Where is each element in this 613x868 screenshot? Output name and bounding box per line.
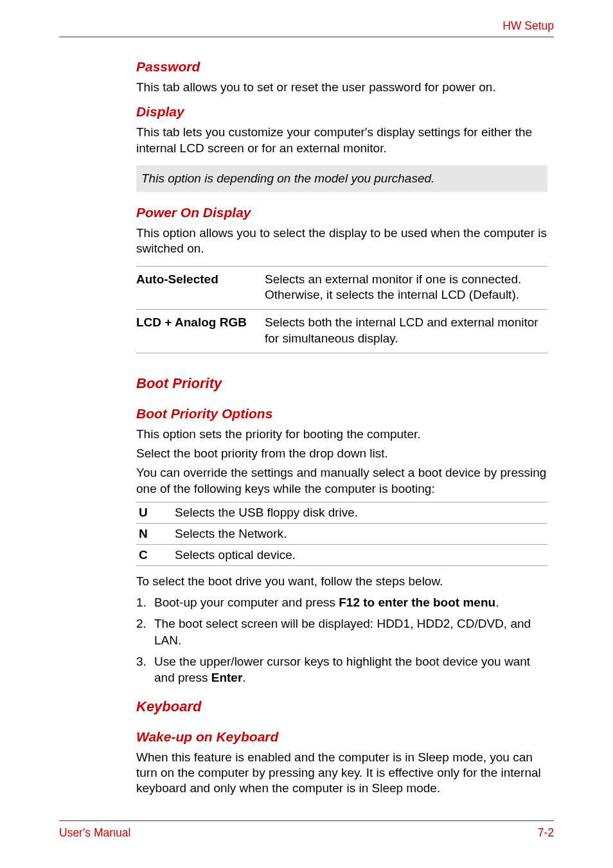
def-desc: Selects an external monitor if one is co…	[265, 266, 547, 310]
heading-power-on-display: Power On Display	[136, 205, 547, 220]
content-area: Password This tab allows you to set or r…	[59, 59, 554, 797]
list-number: 1.	[136, 594, 154, 610]
footer: User's Manual 7-2	[59, 820, 554, 840]
footer-row: User's Manual 7-2	[59, 826, 554, 840]
list-text-bold: Enter	[211, 671, 243, 684]
boot-key: N	[136, 524, 175, 545]
boot-key-desc: Selects the USB floppy disk drive.	[175, 502, 547, 524]
boot-keys-table: U Selects the USB floppy disk drive. N S…	[136, 502, 547, 566]
para-bp-1: This option sets the priority for bootin…	[136, 427, 547, 442]
header-rule	[59, 37, 554, 37]
list-text-pre: The boot select screen will be displayed…	[154, 617, 531, 646]
def-key: LCD + Analog RGB	[136, 310, 265, 353]
list-text-post: .	[495, 596, 499, 609]
para-password: This tab allows you to set or reset the …	[136, 80, 547, 95]
para-wake-up-keyboard: When this feature is enabled and the com…	[136, 750, 547, 797]
footer-rule	[59, 820, 554, 821]
para-bp-2: Select the boot priority from the drop d…	[136, 446, 547, 461]
heading-boot-priority-options: Boot Priority Options	[136, 406, 547, 421]
list-number: 2.	[136, 616, 154, 648]
page: HW Setup Password This tab allows you to…	[0, 0, 613, 868]
boot-key: C	[136, 545, 175, 566]
para-power-on-display: This option allows you to select the dis…	[136, 226, 547, 257]
footer-left: User's Manual	[59, 826, 130, 840]
para-bp-3: You can override the settings and manual…	[136, 465, 547, 497]
table-row: C Selects optical device.	[136, 545, 547, 566]
def-key: Auto-Selected	[136, 266, 265, 310]
header-label: HW Setup	[59, 19, 554, 33]
power-on-display-table: Auto-Selected Selects an external monito…	[136, 266, 547, 353]
table-row: U Selects the USB floppy disk drive.	[136, 502, 547, 524]
table-row: N Selects the Network.	[136, 524, 547, 545]
list-text-pre: Boot-up your computer and press	[154, 596, 339, 609]
para-display: This tab lets you customize your compute…	[136, 125, 547, 156]
list-text-post: .	[242, 671, 245, 684]
footer-right: 7-2	[538, 826, 554, 840]
list-item: 2. The boot select screen will be displa…	[136, 616, 547, 648]
table-row: Auto-Selected Selects an external monito…	[136, 266, 547, 310]
para-bp-4: To select the boot drive you want, follo…	[136, 574, 547, 589]
boot-steps-list: 1. Boot-up your computer and press F12 t…	[136, 594, 547, 685]
def-desc: Selects both the internal LCD and extern…	[265, 310, 547, 353]
boot-key: U	[136, 502, 175, 524]
list-text-bold: F12 to enter the boot menu	[339, 596, 495, 609]
list-text: Use the upper/lower cursor keys to highl…	[154, 653, 547, 686]
list-item: 3. Use the upper/lower cursor keys to hi…	[136, 653, 547, 686]
list-item: 1. Boot-up your computer and press F12 t…	[136, 594, 547, 610]
heading-wake-up-keyboard: Wake-up on Keyboard	[136, 729, 547, 745]
boot-key-desc: Selects the Network.	[175, 524, 547, 545]
list-text: The boot select screen will be displayed…	[154, 616, 547, 648]
note-display: This option is depending on the model yo…	[136, 165, 547, 192]
heading-password: Password	[136, 59, 547, 75]
list-text: Boot-up your computer and press F12 to e…	[154, 594, 547, 610]
heading-keyboard: Keyboard	[136, 698, 547, 715]
list-number: 3.	[136, 653, 154, 686]
heading-display: Display	[136, 104, 547, 120]
table-row: LCD + Analog RGB Selects both the intern…	[136, 310, 547, 353]
boot-key-desc: Selects optical device.	[175, 545, 547, 566]
heading-boot-priority: Boot Priority	[136, 375, 547, 392]
